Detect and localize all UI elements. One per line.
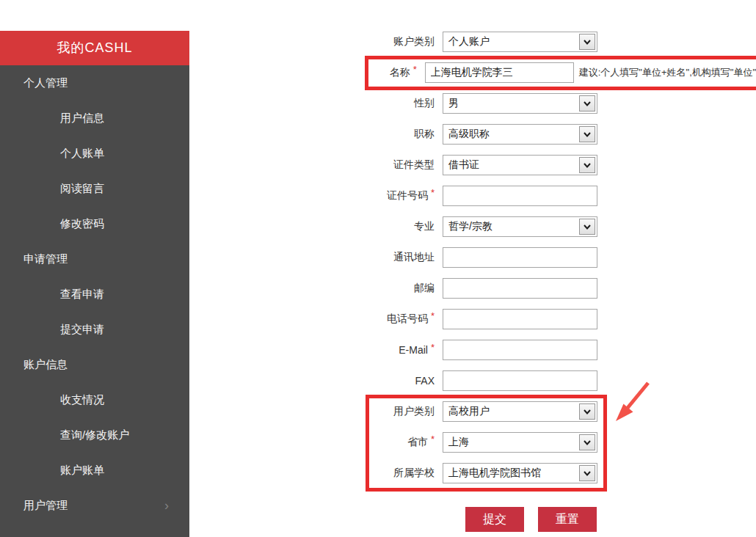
field-label-email: E-Mail* <box>0 344 435 356</box>
form-row-fax: FAX <box>0 370 756 391</box>
id-type-select[interactable]: 借书证 <box>443 155 597 175</box>
submit-button[interactable]: 提交 <box>465 507 524 532</box>
field-label-postcode: 邮编 <box>0 282 435 295</box>
school-select[interactable]: 上海电机学院图书馆 <box>443 463 597 483</box>
form-row-phone: 电话号码* <box>0 309 756 329</box>
chevron-down-icon <box>579 34 595 50</box>
chevron-down-icon <box>579 126 595 142</box>
field-label-gender: 性别 <box>0 97 435 110</box>
field-label-id-number: 证件号码* <box>0 189 435 202</box>
form-row-name: 名称* 建议:个人填写"单位+姓名",机构填写"单位" <box>0 62 756 83</box>
field-label-address: 通讯地址 <box>0 251 435 264</box>
form-row-postcode: 邮编 <box>0 278 756 299</box>
form-row-email: E-Mail* <box>0 340 756 360</box>
form-row-title: 职称 高级职称 <box>0 124 756 145</box>
field-label-title: 职称 <box>0 128 435 141</box>
title-select[interactable]: 高级职称 <box>443 124 597 145</box>
chevron-down-icon <box>579 434 595 450</box>
field-label-province: 省市* <box>0 436 435 449</box>
field-label-id-type: 证件类型 <box>0 158 435 172</box>
form-row-school: 所属学校 上海电机学院图书馆 <box>0 463 756 483</box>
required-asterisk: * <box>431 187 435 198</box>
field-label-user-category: 用户类别 <box>0 405 435 418</box>
form-buttons: 提交 重置 <box>0 507 756 532</box>
page: 我的CASHL 个人管理 用户信息 个人账单 阅读留言 修改密码 申请管理 查看… <box>0 0 756 537</box>
form-row-id-type: 证件类型 借书证 <box>0 155 756 175</box>
field-label-account-type: 账户类别 <box>0 35 435 48</box>
form-row-major: 专业 哲学/宗教 <box>0 216 756 237</box>
chevron-down-icon <box>579 95 595 112</box>
reset-button[interactable]: 重置 <box>538 507 597 532</box>
form-row-id-number: 证件号码* <box>0 186 756 206</box>
major-select[interactable]: 哲学/宗教 <box>443 216 597 237</box>
required-asterisk: * <box>413 64 417 75</box>
required-asterisk: * <box>431 434 435 445</box>
form-row-account-type: 账户类别 个人账户 <box>0 32 756 52</box>
province-select[interactable]: 上海 <box>443 432 597 453</box>
form-row-user-category: 用户类别 高校用户 <box>0 401 756 422</box>
fax-input[interactable] <box>443 370 597 391</box>
field-label-school: 所属学校 <box>0 467 435 480</box>
field-label-name: 名称* <box>0 66 417 79</box>
field-label-major: 专业 <box>0 220 435 233</box>
chevron-down-icon <box>579 157 595 173</box>
required-asterisk: * <box>431 342 435 353</box>
form-row-province: 省市* 上海 <box>0 432 756 453</box>
postcode-input[interactable] <box>443 278 597 299</box>
gender-select[interactable]: 男 <box>443 93 597 114</box>
user-category-select[interactable]: 高校用户 <box>443 401 597 422</box>
form-row-address: 通讯地址 <box>0 247 756 268</box>
account-type-select[interactable]: 个人账户 <box>443 32 597 52</box>
required-asterisk: * <box>431 310 435 321</box>
address-input[interactable] <box>443 247 597 268</box>
name-input[interactable] <box>425 62 574 83</box>
field-label-fax: FAX <box>0 375 435 387</box>
phone-input[interactable] <box>443 309 597 329</box>
email-input[interactable] <box>443 340 597 360</box>
chevron-down-icon <box>579 403 595 420</box>
field-label-phone: 电话号码* <box>0 313 435 326</box>
id-number-input[interactable] <box>443 186 597 206</box>
chevron-down-icon <box>579 219 595 235</box>
chevron-down-icon <box>579 465 595 481</box>
name-hint: 建议:个人填写"单位+姓名",机构填写"单位" <box>579 66 756 79</box>
user-info-form: 账户类别 个人账户 名称* 建议:个人填写"单位+姓名",机构填写"单位" 性别… <box>0 32 756 532</box>
form-row-gender: 性别 男 <box>0 93 756 114</box>
